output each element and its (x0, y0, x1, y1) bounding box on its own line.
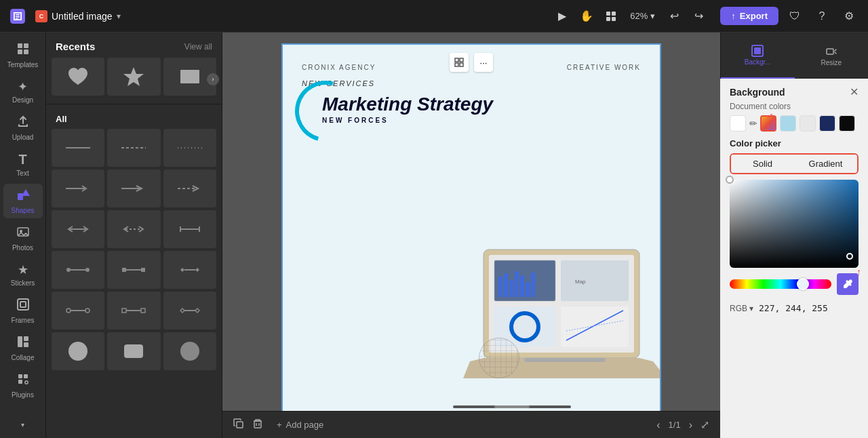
copy-page-icon[interactable] (233, 418, 244, 432)
sidebar-item-collage[interactable]: Collage (3, 331, 43, 365)
canvas-area[interactable]: ··· CRONIX AGENCY CREATIVE WORK NEW SERV… (222, 33, 720, 438)
color-swatch-dark-blue[interactable] (819, 115, 835, 132)
color-gradient-picker[interactable] (730, 180, 859, 268)
help-icon-button[interactable]: ? (811, 5, 833, 27)
sidebar-item-stickers[interactable]: ★ Stickers (3, 258, 43, 291)
hand-tool-button[interactable]: ✋ (576, 5, 597, 27)
edit-pen-icon[interactable]: ✏ (749, 118, 757, 129)
shape-item-double-arrow[interactable] (52, 210, 104, 248)
svg-rect-54 (455, 63, 458, 66)
canvas-more-button[interactable]: ··· (474, 53, 493, 72)
shape-item-circle-outline[interactable] (52, 332, 104, 370)
stickers-icon: ★ (18, 262, 28, 277)
tab-background[interactable]: Backgr... (721, 33, 795, 79)
shield-icon-button[interactable]: 🛡 (784, 5, 806, 27)
export-button[interactable]: ↑ Export (720, 7, 778, 25)
shape-item-double-arrow-dotted[interactable] (107, 210, 160, 248)
color-swatch-white[interactable] (730, 115, 746, 132)
shape-item-circle-gray[interactable] (163, 332, 216, 370)
svg-rect-66 (526, 282, 530, 297)
canvas-scrollbar[interactable] (453, 405, 571, 408)
shape-item-connector-6[interactable] (163, 292, 216, 330)
recent-item-heart[interactable] (52, 58, 104, 96)
bg-panel-header: Background ✕ (720, 79, 868, 102)
eyedropper-button[interactable] (837, 273, 859, 295)
shape-item-connector-4[interactable] (52, 292, 104, 330)
bg-close-button[interactable]: ✕ (850, 87, 859, 98)
shape-item-solid-line[interactable] (52, 129, 104, 167)
shape-item-arrow-right-dotted[interactable] (163, 170, 216, 207)
svg-rect-53 (460, 58, 463, 62)
canvas-frame[interactable]: ··· CRONIX AGENCY CREATIVE WORK NEW SERV… (281, 43, 661, 414)
file-title: Untitled image (52, 11, 113, 22)
gradient-black-overlay (730, 180, 859, 268)
hue-slider[interactable] (730, 279, 831, 289)
redo-button[interactable]: ↪ (688, 5, 709, 27)
eyedropper-icon (842, 279, 853, 290)
shape-item-arrow-right[interactable] (52, 170, 104, 207)
layout-button[interactable] (600, 5, 622, 27)
file-title-area[interactable]: C Untitled image ▾ (35, 10, 121, 22)
recent-item-star[interactable] (107, 58, 160, 96)
canvas-creative-text: CREATIVE WORK (567, 64, 641, 71)
fullscreen-icon[interactable]: ⤢ (701, 418, 709, 431)
shape-item-connector-5[interactable] (107, 292, 160, 330)
add-page-button[interactable]: + Add page (271, 417, 329, 433)
canvas-float-toolbar: ··· (450, 53, 493, 72)
shapes-scroll[interactable] (46, 129, 222, 438)
sidebar-item-frames[interactable]: Frames (3, 294, 43, 328)
sidebar-collapse-button[interactable]: ▾ (3, 417, 43, 433)
right-panel: Backgr... Resize Background ✕ Document c… (720, 33, 868, 438)
color-swatch-light-blue[interactable] (780, 115, 796, 132)
bg-panel-title: Background (730, 87, 785, 98)
shape-item-connector-2[interactable] (107, 251, 160, 289)
scroll-right-button[interactable]: › (207, 73, 219, 85)
undo-button[interactable]: ↩ (663, 5, 685, 27)
hue-slider-thumb[interactable] (797, 278, 809, 290)
canvas-title-area: Marketing Strategy NEW FORCES (322, 94, 641, 124)
page-indicator: 1/1 (669, 420, 681, 430)
all-label: All (56, 114, 67, 124)
background-tab-icon (751, 45, 764, 57)
canvas-fit-button[interactable] (450, 53, 469, 72)
page-prev-icon[interactable]: ‹ (656, 419, 660, 431)
sidebar-item-text[interactable]: T Text (3, 148, 43, 181)
canvas-new-services: NEW SERVICES (302, 79, 641, 87)
select-tool-button[interactable]: ▶ (551, 5, 573, 27)
sidebar-item-upload[interactable]: Upload (3, 111, 43, 145)
canva-logo[interactable] (8, 7, 27, 26)
svg-rect-17 (24, 342, 28, 347)
svg-rect-65 (520, 275, 524, 297)
gradient-tab-button[interactable]: Gradient (794, 155, 857, 173)
shape-item-dotted-line[interactable] (163, 129, 216, 167)
sidebar-item-plugins[interactable]: Plugins (3, 368, 43, 403)
svg-rect-63 (509, 280, 513, 297)
rgb-label[interactable]: RGB ▾ (730, 304, 753, 313)
color-swatch-black[interactable] (839, 115, 855, 132)
svg-point-49 (68, 342, 87, 361)
svg-rect-40 (141, 268, 145, 272)
shape-item-arrow-right-line[interactable] (107, 170, 160, 207)
sidebar-item-design[interactable]: ✦ Design (3, 75, 43, 108)
tab-resize[interactable]: Resize (795, 33, 869, 79)
sidebar-item-templates[interactable]: Templates (3, 38, 43, 73)
settings-icon-button[interactable]: ⚙ (838, 5, 860, 27)
view-all-button[interactable]: View all (184, 42, 212, 52)
color-swatch-light-gray[interactable] (800, 115, 816, 132)
shape-item-dashed-line[interactable] (107, 129, 160, 167)
shape-item-rounded-rect[interactable] (107, 332, 160, 370)
svg-rect-38 (122, 268, 126, 272)
delete-page-icon[interactable] (252, 418, 263, 432)
shape-item-bracket-arrows[interactable] (163, 210, 216, 248)
page-next-icon[interactable]: › (689, 419, 692, 431)
shapes-icon (16, 188, 30, 205)
sidebar-item-shapes[interactable]: Shapes (3, 184, 43, 218)
zoom-control[interactable]: 62% ▾ (625, 8, 660, 24)
export-icon: ↑ (731, 11, 736, 21)
sidebar-item-photos[interactable]: Photos (3, 221, 43, 256)
solid-tab-button[interactable]: Solid (731, 155, 794, 173)
shape-item-connector-1[interactable] (52, 251, 104, 289)
shape-item-connector-3[interactable] (163, 251, 216, 289)
zoom-level: 62% (630, 11, 648, 21)
canvas-laptop: Map (463, 243, 661, 405)
